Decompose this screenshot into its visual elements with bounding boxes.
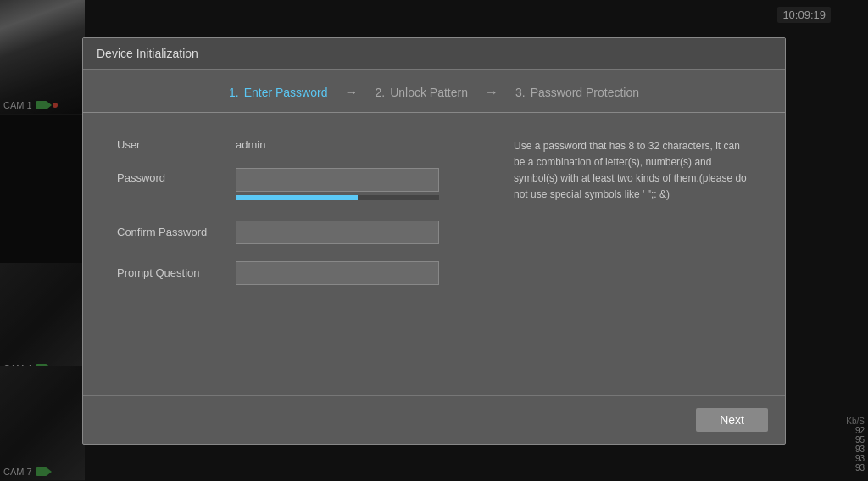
password-wrapper (236, 168, 439, 200)
steps-bar: 1. Enter Password → 2. Unlock Pattern → … (83, 70, 785, 113)
step-1: 1. Enter Password (229, 86, 328, 99)
user-value: admin (236, 138, 265, 151)
form-section: User admin Password Confirm Password (117, 138, 488, 378)
prompt-label: Prompt Question (117, 266, 236, 279)
modal-content: User admin Password Confirm Password (83, 113, 785, 395)
step2-label: Unlock Pattern (390, 86, 468, 99)
modal-overlay: Device Initialization 1. Enter Password … (0, 0, 868, 481)
next-button[interactable]: Next (696, 408, 768, 432)
modal-title: Device Initialization (97, 47, 198, 60)
prompt-question-input[interactable] (236, 261, 439, 285)
arrow-2: → (485, 85, 498, 100)
strength-bar-container (236, 195, 439, 200)
confirm-label: Confirm Password (117, 226, 236, 238)
modal-dialog: Device Initialization 1. Enter Password … (82, 37, 786, 445)
password-row: Password (117, 168, 488, 200)
user-row: User admin (117, 138, 488, 151)
confirm-password-row: Confirm Password (117, 221, 488, 244)
arrow-1: → (344, 85, 358, 100)
step1-number: 1. (229, 86, 239, 99)
confirm-password-input[interactable] (236, 221, 439, 244)
modal-title-bar: Device Initialization (83, 38, 785, 70)
prompt-question-row: Prompt Question (117, 261, 488, 285)
password-input[interactable] (236, 168, 439, 192)
step3-number: 3. (515, 86, 526, 99)
step-3: 3. Password Protection (515, 86, 639, 99)
hint-section: Use a password that has 8 to 32 characte… (514, 138, 751, 378)
step-2: 2. Unlock Pattern (375, 86, 468, 99)
step3-label: Password Protection (531, 86, 639, 99)
modal-footer: Next (83, 395, 785, 444)
hint-text: Use a password that has 8 to 32 characte… (514, 138, 751, 204)
password-label: Password (117, 168, 236, 184)
strength-bar (236, 195, 358, 200)
step2-number: 2. (375, 86, 385, 99)
step1-label: Enter Password (244, 86, 328, 99)
user-label: User (117, 138, 236, 151)
